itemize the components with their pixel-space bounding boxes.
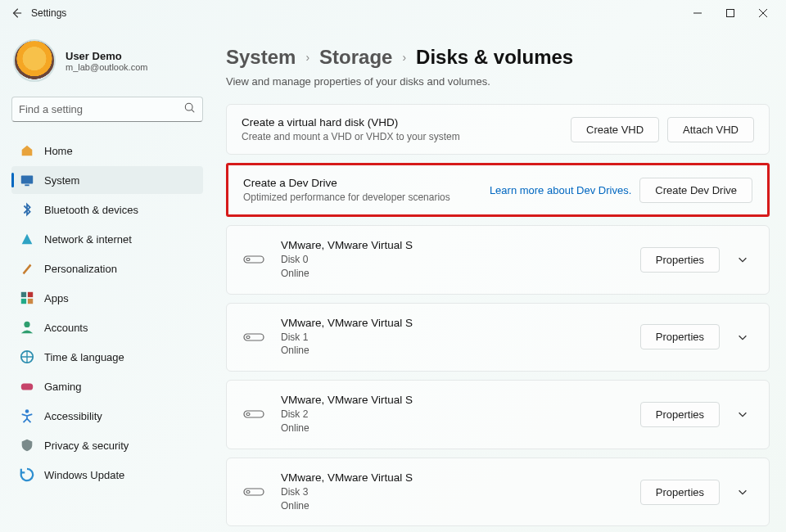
svg-rect-7 xyxy=(25,184,29,186)
disk-icon xyxy=(242,408,266,420)
svg-rect-10 xyxy=(21,299,26,304)
svg-rect-6 xyxy=(21,176,33,184)
sidebar-item-globe[interactable]: Time & language xyxy=(11,343,203,371)
vhd-title: Create a virtual hard disk (VHD) xyxy=(242,116,460,128)
sidebar-item-bluetooth[interactable]: Bluetooth & devices xyxy=(11,196,203,223)
back-button[interactable] xyxy=(7,3,26,23)
disk-id: Disk 2 xyxy=(281,408,308,420)
sidebar-item-label: Windows Update xyxy=(44,469,124,481)
window-title: Settings xyxy=(31,7,66,19)
nav-list: HomeSystemBluetooth & devicesNetwork & i… xyxy=(11,137,203,489)
apps-icon xyxy=(20,291,34,305)
profile-block[interactable]: User Demo m_lab@outlook.com xyxy=(11,39,203,82)
sidebar-item-wifi[interactable]: Network & internet xyxy=(11,225,203,253)
dev-drive-title: Create a Dev Drive xyxy=(243,177,450,189)
system-icon xyxy=(20,173,34,187)
svg-rect-1 xyxy=(727,10,734,17)
disk-icon xyxy=(242,486,266,498)
sidebar-item-a11y[interactable]: Accessibility xyxy=(11,402,203,430)
search-input[interactable] xyxy=(19,103,184,115)
disk-properties-button[interactable]: Properties xyxy=(640,324,720,349)
bluetooth-icon xyxy=(20,202,34,217)
globe-icon xyxy=(20,349,34,364)
home-icon xyxy=(20,143,34,158)
avatar xyxy=(13,39,56,82)
page-subtitle: View and manage properties of your disks… xyxy=(226,75,770,88)
sidebar-item-label: Personalization xyxy=(44,263,117,275)
sidebar-item-game[interactable]: Gaming xyxy=(11,372,203,400)
sidebar-item-apps[interactable]: Apps xyxy=(11,284,203,312)
svg-point-4 xyxy=(185,103,192,110)
disk-icon xyxy=(242,254,266,265)
svg-line-5 xyxy=(192,110,194,112)
expand-button[interactable] xyxy=(731,480,754,503)
disk-id: Disk 1 xyxy=(281,331,308,343)
breadcrumb-storage[interactable]: Storage xyxy=(319,46,392,69)
disk-properties-button[interactable]: Properties xyxy=(640,402,720,427)
attach-vhd-button[interactable]: Attach VHD xyxy=(667,117,754,142)
title-bar: Settings xyxy=(0,0,786,26)
expand-button[interactable] xyxy=(731,326,754,349)
sidebar-item-shield[interactable]: Privacy & security xyxy=(11,431,203,459)
sidebar-item-brush[interactable]: Personalization xyxy=(11,255,203,282)
dev-drive-learn-more-link[interactable]: Learn more about Dev Drives. xyxy=(490,184,631,196)
sidebar-item-label: Privacy & security xyxy=(44,440,129,452)
disk-id: Disk 3 xyxy=(281,486,308,498)
wifi-icon xyxy=(20,232,34,246)
sidebar-item-person[interactable]: Accounts xyxy=(11,313,203,341)
disk-status: Online xyxy=(281,268,309,279)
a11y-icon xyxy=(20,408,34,423)
breadcrumb: System › Storage › Disks & volumes xyxy=(226,46,770,69)
close-button[interactable] xyxy=(747,2,779,25)
disk-card: VMware, VMware Virtual SDisk 2OnlineProp… xyxy=(226,380,770,449)
svg-rect-14 xyxy=(21,383,33,390)
breadcrumb-current: Disks & volumes xyxy=(416,46,573,69)
disk-icon xyxy=(242,331,266,343)
create-vhd-button[interactable]: Create VHD xyxy=(571,117,659,142)
sidebar-item-home[interactable]: Home xyxy=(11,137,203,165)
search-icon xyxy=(184,102,196,116)
maximize-button[interactable] xyxy=(714,2,747,25)
expand-button[interactable] xyxy=(731,248,754,271)
svg-rect-21 xyxy=(246,413,250,416)
chevron-right-icon: › xyxy=(305,51,309,64)
sidebar-item-label: Gaming xyxy=(44,381,82,393)
sidebar-item-system[interactable]: System xyxy=(11,166,203,194)
vhd-subtitle: Create and mount a VHD or VHDX to your s… xyxy=(242,131,460,142)
chevron-right-icon: › xyxy=(402,51,406,64)
disk-id: Disk 0 xyxy=(281,254,308,265)
sidebar-item-label: Apps xyxy=(44,292,69,304)
breadcrumb-system[interactable]: System xyxy=(226,46,296,69)
svg-rect-23 xyxy=(246,491,250,494)
svg-rect-9 xyxy=(28,292,33,297)
vhd-card: Create a virtual hard disk (VHD) Create … xyxy=(226,104,770,155)
svg-rect-19 xyxy=(246,336,250,338)
minimize-button[interactable] xyxy=(681,2,714,25)
sidebar-item-label: Time & language xyxy=(44,351,124,363)
search-box[interactable] xyxy=(11,97,203,122)
update-icon xyxy=(20,467,34,482)
expand-button[interactable] xyxy=(731,403,754,426)
svg-rect-11 xyxy=(28,299,33,304)
disk-status: Online xyxy=(281,345,309,356)
dev-drive-subtitle: Optimized performance for developer scen… xyxy=(243,192,450,203)
sidebar-item-label: Accounts xyxy=(44,322,88,334)
disk-status: Online xyxy=(281,500,309,512)
svg-rect-8 xyxy=(21,292,26,297)
sidebar-item-update[interactable]: Windows Update xyxy=(11,461,203,489)
disk-properties-button[interactable]: Properties xyxy=(640,480,720,505)
user-email: m_lab@outlook.com xyxy=(66,62,147,72)
main-content: System › Storage › Disks & volumes View … xyxy=(211,26,786,532)
disk-card: VMware, VMware Virtual SDisk 0OnlineProp… xyxy=(226,225,770,295)
svg-point-12 xyxy=(24,322,29,327)
sidebar-item-label: Home xyxy=(44,145,73,157)
svg-rect-17 xyxy=(246,259,250,261)
disk-properties-button[interactable]: Properties xyxy=(640,247,720,273)
create-dev-drive-button[interactable]: Create Dev Drive xyxy=(639,178,752,203)
sidebar-item-label: Accessibility xyxy=(44,410,102,422)
game-icon xyxy=(20,379,34,394)
disk-name: VMware, VMware Virtual S xyxy=(281,471,413,484)
person-icon xyxy=(20,320,34,335)
disk-name: VMware, VMware Virtual S xyxy=(281,239,413,251)
sidebar-item-label: System xyxy=(44,174,79,187)
